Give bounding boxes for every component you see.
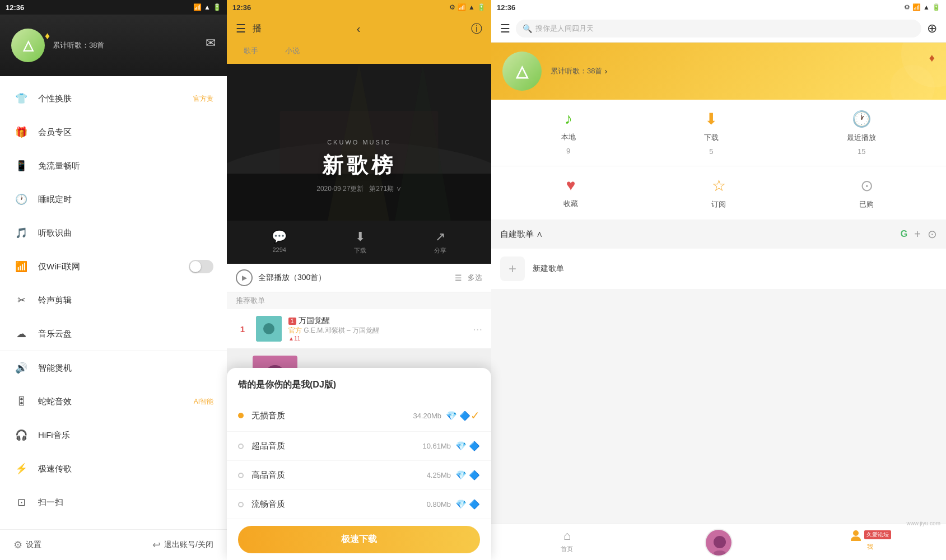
logout-label: 退出账号/关闭 (164, 540, 213, 550)
tab-singer[interactable]: 歌手 (236, 43, 266, 59)
local-count: 9 (566, 147, 570, 155)
song-info: 1 万国觉醒 官方 G.E.M.邓紫棋 – 万国觉醒 ▲11 (288, 316, 473, 342)
search-icon: 🔍 (523, 24, 532, 33)
new-playlist-add-button[interactable]: + (500, 256, 525, 281)
sidebar-badge-skin: 官方黄 (193, 94, 213, 104)
player-cover: CKUWO MUSIC 新歌榜 2020·09·27更新 第271期 ∨ (227, 64, 491, 221)
player-tabs-row: 歌手 小说 (227, 43, 491, 64)
local-stat[interactable]: ♪ 本地 9 (561, 110, 576, 156)
fast-download-button[interactable]: 极速下载 (238, 526, 480, 553)
mymusic-bottom-bar: ⌂ 首页 久爱论坛 我 (491, 524, 946, 560)
sidebar-item-scan[interactable]: ⊡ 扫一扫 (0, 486, 227, 519)
recommended-playlist-label: 推荐歌单 (236, 296, 265, 306)
tab-home[interactable]: ⌂ 首页 (491, 529, 643, 558)
avatar[interactable]: △ (11, 29, 45, 62)
recent-count: 15 (858, 147, 865, 156)
sidebar-item-label: HiFi音乐 (38, 430, 213, 441)
share-button[interactable]: ↗ 分享 (434, 230, 446, 255)
subscribe-label: 订阅 (711, 199, 726, 209)
play-all-button[interactable]: ▶ (236, 269, 253, 286)
vip-badge: 💎 (455, 470, 467, 480)
blue-badge: 🔷 (459, 410, 470, 421)
sidebar-item-eq[interactable]: 🎛 蛇蛇音效 AI智能 (0, 385, 227, 418)
quality-option-super[interactable]: 超品音质 10.61Mb 💎 🔷 (227, 432, 491, 461)
player-menu-icon[interactable]: ☰ (236, 22, 246, 35)
wifi-icon: 📶 (13, 259, 29, 274)
comment-button[interactable]: 💬 2294 (272, 230, 287, 255)
player-actions: 💬 2294 ⬇ 下载 ↗ 分享 (227, 221, 491, 264)
playlist-section-header: 自建歌单 ∧ G + ⊙ (491, 220, 946, 249)
sidebar-item-label: 会员专区 (38, 127, 213, 138)
sidebar-header: △ ♦ 累计听歌：38首 ✉ (0, 15, 227, 76)
song-name: 万国觉醒 (299, 316, 330, 326)
sidebar-item-free-traffic[interactable]: 📱 免流量畅听 (0, 149, 227, 183)
download-button[interactable]: ⬇ 下载 (354, 230, 366, 255)
player-back-button[interactable]: ‹ (357, 22, 361, 35)
collect-stat[interactable]: ♥ 收藏 (563, 176, 578, 209)
sidebar-item-vip[interactable]: 🎁 会员专区 (0, 115, 227, 149)
share-label: 分享 (434, 246, 446, 255)
mail-icon[interactable]: ✉ (206, 36, 216, 50)
wifi-toggle[interactable] (189, 260, 213, 273)
sidebar-item-label: 扫一扫 (38, 497, 213, 508)
playlist-settings-icon[interactable]: ⊙ (928, 227, 937, 241)
multi-select-button[interactable]: 多选 (468, 273, 482, 283)
search-placeholder: 搜你是人间四月天 (535, 24, 594, 34)
player-status-icons: ⚙ 📶 ▲ 🔋 (449, 3, 486, 11)
mymusic-menu-icon[interactable]: ☰ (500, 22, 510, 35)
sidebar-panel: 12:36 📶 ▲ 🔋 △ ♦ 累计听歌：38首 ✉ 👕 个性换肤 官方黄 🎁 … (0, 0, 227, 560)
recent-stat[interactable]: 🕐 最近播放 15 (847, 110, 876, 156)
sidebar-item-ringtone[interactable]: ✂ 铃声剪辑 (0, 283, 227, 317)
purchased-stat[interactable]: ⊙ 已购 (859, 176, 874, 209)
logout-button[interactable]: ↩ 退出账号/关闭 (152, 539, 213, 551)
recent-icon: 🕐 (852, 110, 872, 128)
jyu-badge: 久爱论坛 (864, 530, 891, 539)
add-playlist-icon[interactable]: + (914, 228, 921, 241)
chart-logo: CKUWO MUSIC (327, 139, 391, 146)
song-rank: 1 (236, 324, 249, 334)
song-more-button[interactable]: ··· (473, 323, 482, 335)
table-row[interactable]: 1 1 万国觉醒 官方 G.E.M.邓紫棋 – 万国觉醒 ▲11 ··· (227, 309, 491, 349)
mymusic-search-bar[interactable]: 🔍 搜你是人间四月天 (516, 20, 921, 38)
tab-my[interactable]: 久爱论坛 我 (794, 529, 946, 558)
sidebar-item-cloud[interactable]: ☁ 音乐云盘 (0, 317, 227, 351)
player-topbar: ☰ 播 ‹ ⓘ (227, 15, 491, 43)
sidebar-item-skin[interactable]: 👕 个性换肤 官方黄 (0, 82, 227, 115)
quality-option-high[interactable]: 高品音质 4.25Mb 💎 🔷 (227, 461, 491, 490)
sort-icon[interactable]: ☰ (455, 273, 462, 282)
player-status-bar: 12:36 ⚙ 📶 ▲ 🔋 (227, 0, 491, 15)
sidebar-item-wifi-only[interactable]: 📶 仅WiFi联网 (0, 250, 227, 283)
vip-badge: 💎 (455, 441, 467, 451)
mymusic-avatar[interactable]: △ (502, 52, 542, 91)
svg-point-7 (263, 323, 274, 334)
quality-option-lossless[interactable]: 无损音质 34.20Mb 💎 🔷 ✓ (227, 400, 491, 432)
mymusic-add-icon[interactable]: ⊕ (927, 21, 937, 36)
sidebar-item-smart-speaker[interactable]: 🔊 智能煲机 (0, 351, 227, 385)
quality-option-smooth[interactable]: 流畅音质 0.80Mb 💎 🔷 (227, 490, 491, 519)
sidebar-status-bar: 12:36 📶 ▲ 🔋 (0, 0, 227, 15)
sidebar-time: 12:36 (6, 3, 24, 12)
quality-badges: 💎 🔷 (455, 499, 480, 510)
blue-badge: 🔷 (469, 470, 480, 480)
avatar-symbol: △ (23, 38, 33, 53)
tab-now-playing[interactable] (643, 529, 795, 558)
mymusic-status-icons: ⚙ 📶 ▲ 🔋 (904, 3, 940, 11)
player-info-icon[interactable]: ⓘ (471, 21, 482, 36)
sidebar-item-fast-transfer[interactable]: ⚡ 极速传歌 (0, 452, 227, 486)
section-labels: 推荐歌单 (227, 292, 491, 309)
sidebar-item-shazam[interactable]: 🎵 听歌识曲 (0, 216, 227, 250)
fast-transfer-icon: ⚡ (13, 461, 29, 477)
sidebar-item-sleep-timer[interactable]: 🕐 睡眠定时 (0, 183, 227, 216)
sync-icon[interactable]: G (901, 229, 907, 239)
list-item[interactable]: + 新建歌单 (491, 249, 946, 290)
download-stat[interactable]: ⬇ 下载 5 (704, 110, 719, 156)
ringtone-icon: ✂ (13, 292, 29, 308)
chart-title: 新歌榜 (322, 151, 396, 180)
sidebar-item-hifi[interactable]: 🎧 HiFi音乐 (0, 418, 227, 452)
tab-novel[interactable]: 小说 (277, 43, 307, 59)
settings-button[interactable]: ⚙ 设置 (13, 539, 41, 551)
song-artist: 官方 G.E.M.邓紫棋 – 万国觉醒 (288, 326, 473, 335)
quality-badges: 💎 🔷 (446, 410, 470, 421)
subscribe-stat[interactable]: ☆ 订阅 (711, 176, 726, 209)
mymusic-banner[interactable]: △ 累计听歌：38首 › ♦ (491, 43, 946, 100)
